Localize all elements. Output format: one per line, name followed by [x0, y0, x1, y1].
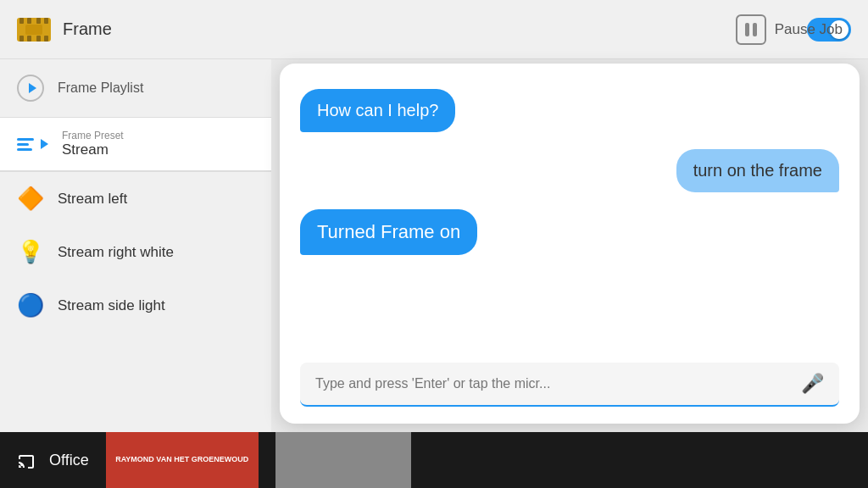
sidebar-item-frame-preset-stream[interactable]: Frame Preset Stream — [0, 118, 271, 171]
frame-playlist-label: Frame Playlist — [58, 80, 143, 96]
play-arrow-icon — [29, 83, 36, 93]
svg-rect-9 — [25, 25, 42, 35]
stream-left-label: Stream left — [58, 191, 127, 208]
svg-rect-7 — [27, 36, 31, 42]
chat-input[interactable] — [315, 376, 793, 391]
stream-right-white-label: Stream right white — [58, 244, 174, 261]
chat-input-row: 🎤 — [300, 363, 839, 407]
pause-job-button[interactable]: Pause Job — [736, 14, 843, 45]
pause-job-label: Pause Job — [775, 21, 843, 38]
frame-film-icon — [17, 14, 51, 45]
bulb-orange-icon: 🔶 — [17, 186, 44, 212]
svg-rect-8 — [36, 36, 41, 42]
stream-item-right-white[interactable]: 💡 Stream right white — [0, 225, 271, 279]
bottom-bar: Office RAYMOND VAN HET GROENEWOUD — [0, 432, 868, 488]
frame-title: Frame — [63, 19, 112, 39]
circle-play-icon — [17, 75, 44, 102]
assistant-greeting-bubble: How can I help? — [300, 89, 455, 132]
chat-overlay: How can I help? turn on the frame Turned… — [280, 64, 860, 424]
thumb-text: RAYMOND VAN HET GROENEWOUD — [115, 455, 248, 465]
assistant-response-bubble: Turned Frame on — [300, 209, 477, 255]
preset-arrow-icon — [41, 139, 48, 149]
bottom-thumb-red: RAYMOND VAN HET GROENEWOUD — [106, 432, 259, 488]
svg-rect-1 — [19, 18, 24, 24]
preset-info: Frame Preset Stream — [62, 130, 124, 158]
cast-icon-wrap: Office — [17, 450, 89, 470]
chat-messages: How can I help? turn on the frame Turned… — [300, 89, 839, 349]
pause-icon — [736, 14, 766, 45]
lines-arrow-icon — [17, 138, 48, 151]
stream-side-light-label: Stream side light — [58, 297, 165, 314]
cast-icon — [17, 450, 41, 470]
sidebar: Frame Playlist Frame Preset Stream 🔶 Str… — [0, 59, 271, 332]
user-message-bubble: turn on the frame — [676, 149, 839, 192]
bulb-blue-icon: 🔵 — [17, 292, 44, 319]
pause-bar-left — [745, 23, 749, 36]
pause-bar-right — [753, 23, 757, 36]
bottom-thumb-gray — [275, 432, 411, 488]
svg-rect-2 — [19, 36, 24, 42]
preset-label: Frame Preset — [62, 130, 124, 141]
svg-rect-5 — [27, 18, 31, 24]
preset-value: Stream — [62, 141, 124, 158]
svg-rect-3 — [44, 18, 48, 24]
mic-icon[interactable]: 🎤 — [801, 373, 824, 395]
cast-label: Office — [49, 452, 89, 469]
svg-rect-6 — [36, 18, 41, 24]
stream-item-left[interactable]: 🔶 Stream left — [0, 172, 271, 225]
stream-item-side-light[interactable]: 🔵 Stream side light — [0, 279, 271, 332]
sidebar-item-frame-playlist[interactable]: Frame Playlist — [0, 59, 271, 117]
header-left: Frame — [17, 14, 112, 45]
header-row: Frame Pause Job — [0, 0, 868, 59]
menu-lines-icon — [17, 138, 34, 151]
bulb-yellow-icon: 💡 — [17, 239, 44, 265]
svg-rect-4 — [44, 36, 48, 42]
